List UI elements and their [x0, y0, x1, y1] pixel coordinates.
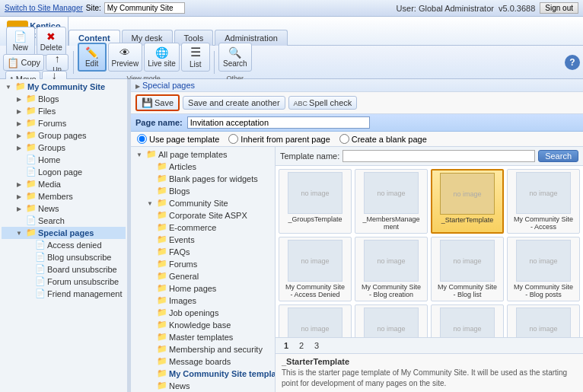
sidebar-item-logon-page[interactable]: Logon page [2, 166, 126, 178]
sidebar-item-access-denied[interactable]: Access denied [2, 239, 126, 251]
template-tree-item-news[interactable]: News [132, 380, 273, 392]
template-card-r3c3[interactable]: no image My Community Site - ... [431, 304, 504, 337]
sidebar-item-media[interactable]: Media [2, 178, 126, 190]
toggle-members[interactable] [14, 191, 24, 202]
live-site-button[interactable]: Live site [144, 43, 180, 72]
save-create-button[interactable]: Save and create another [183, 96, 285, 110]
page-2[interactable]: 2 [295, 339, 307, 352]
site-selector[interactable]: My Community Site [104, 2, 185, 14]
radio-inherit[interactable]: Inherit from parent page [228, 134, 330, 144]
template-tree-item-all[interactable]: All page templates [132, 148, 273, 161]
template-tree-item-blogs[interactable]: Blogs [132, 185, 273, 197]
switch-site-manager-link[interactable]: Switch to Site Manager [5, 4, 83, 12]
radio-use-template-input[interactable] [137, 134, 147, 144]
breadcrumb-link-special-pages[interactable]: Special pages [142, 81, 195, 90]
template-card-blog-posts[interactable]: no image My Community Site - Blog posts [507, 237, 580, 301]
sidebar-item-group-pages[interactable]: Group pages [2, 129, 126, 142]
folder-icon-files [26, 106, 37, 116]
template-card-access[interactable]: no image My Community Site - Access [507, 169, 580, 234]
tree-label-t-events: Events [169, 235, 195, 244]
sidebar-item-blog-unsubscribe[interactable]: Blog unsubscribe [2, 251, 126, 263]
page-3[interactable]: 3 [311, 339, 323, 352]
template-tree-item-corp-aspx[interactable]: Corporate Site ASPX [132, 209, 273, 221]
page-icon-access-denied [35, 240, 46, 250]
template-tree-item-forums[interactable]: Forums [132, 258, 273, 270]
page-name-input[interactable] [187, 116, 370, 129]
toggle-media[interactable] [14, 179, 24, 190]
template-thumb-access: no image [516, 172, 571, 214]
help-button[interactable]: ? [565, 55, 580, 70]
toggle-root[interactable] [3, 81, 14, 92]
list-icon [190, 45, 201, 59]
up-button[interactable]: Up [46, 54, 68, 71]
delete-button[interactable]: Delete [37, 27, 66, 56]
sep1 [73, 51, 74, 74]
template-card-blog-list[interactable]: no image My Community Site - Blog list [431, 237, 504, 301]
new-button[interactable]: New [6, 27, 35, 56]
template-tree-item-blank[interactable]: Blank pages for widgets [132, 173, 273, 185]
template-card-groups[interactable]: no image _GroupsTemplate [279, 169, 352, 234]
preview-button[interactable]: Preview [108, 43, 143, 72]
template-tree-item-knowledge-base[interactable]: Knowledge base [132, 319, 273, 331]
sidebar-item-forums[interactable]: Forums [2, 117, 126, 129]
radio-blank[interactable]: Create a blank page [339, 134, 427, 144]
template-tree-item-articles[interactable]: Articles [132, 161, 273, 173]
template-card-r3c1[interactable]: no image My Community Site - ... [279, 304, 352, 337]
search-button[interactable]: Search [218, 43, 252, 72]
template-tree-item-membership[interactable]: Membership and security [132, 343, 273, 355]
sidebar-item-files[interactable]: Files [2, 105, 126, 117]
template-tree-item-job-openings[interactable]: Job openings [132, 307, 273, 319]
sidebar-item-members[interactable]: Members [2, 190, 126, 202]
toggle-special-pages[interactable] [14, 228, 24, 238]
radio-inherit-input[interactable] [228, 134, 238, 144]
template-card-r3c2[interactable]: no image My Community Site - ... [355, 304, 428, 337]
toggle-news[interactable] [14, 203, 24, 214]
template-tree-item-events[interactable]: Events [132, 234, 273, 246]
spell-check-button[interactable]: Spell check [288, 96, 358, 110]
template-tree-item-message-boards[interactable]: Message boards [132, 355, 273, 368]
sidebar-item-home[interactable]: Home [2, 154, 126, 166]
template-tree-item-faqs[interactable]: FAQs [132, 246, 273, 258]
template-search-button[interactable]: Search [538, 150, 578, 162]
sidebar-item-forum-unsubscribe[interactable]: Forum unsubscribe [2, 276, 126, 288]
sidebar-item-blogs[interactable]: Blogs [2, 93, 126, 105]
template-tree-item-general[interactable]: General [132, 270, 273, 282]
radio-blank-input[interactable] [339, 134, 349, 144]
sidebar-item-board-unsubscribe[interactable]: Board unsubscribe [2, 263, 126, 276]
template-search-input[interactable] [342, 150, 535, 162]
template-card-members[interactable]: no image _MembersManagement [355, 169, 428, 234]
template-tree-item-ecommerce[interactable]: E-commerce [132, 221, 273, 234]
toggle-all-templates[interactable] [134, 149, 145, 160]
tree-label-t-corp: Corporate Site ASPX [169, 211, 247, 220]
sidebar-item-special-pages[interactable]: Special pages [2, 227, 126, 239]
toggle-blogs[interactable] [14, 94, 24, 104]
edit-button[interactable]: Edit [78, 43, 107, 72]
toggle-groups[interactable] [14, 142, 24, 153]
template-tree-item-community-site[interactable]: Community Site [132, 197, 273, 209]
sidebar-item-friend-management[interactable]: Friend management [2, 288, 126, 300]
sidebar-item-news[interactable]: News [2, 202, 126, 215]
page-1[interactable]: 1 [280, 339, 292, 352]
template-card-blog-creation[interactable]: no image My Community Site - Blog creati… [355, 237, 428, 301]
toggle-files[interactable] [14, 106, 24, 116]
copy-button[interactable]: Copy [3, 54, 44, 71]
toggle-group-pages[interactable] [14, 130, 24, 141]
sidebar-item-my-community-site[interactable]: My Community Site [2, 81, 126, 93]
template-card-r3c4[interactable]: no image My Community Site - ... [507, 304, 580, 337]
sidebar-item-search[interactable]: Search [2, 215, 126, 227]
template-tree-item-master[interactable]: Master templates [132, 331, 273, 343]
template-tree-item-images[interactable]: Images [132, 295, 273, 307]
template-card-starter[interactable]: no image _StarterTemplate [431, 169, 504, 234]
folder-icon-t-blogs [157, 186, 167, 196]
sidebar-item-groups[interactable]: Groups [2, 142, 126, 154]
sign-out-button[interactable]: Sign out [540, 2, 578, 14]
save-button[interactable]: Save [135, 94, 180, 111]
copy-label: Copy [21, 58, 40, 67]
template-card-access-denied[interactable]: no image My Community Site - Access Deni… [279, 237, 352, 301]
toggle-forums[interactable] [14, 118, 24, 129]
list-button[interactable]: List [181, 43, 210, 72]
radio-use-template[interactable]: Use page template [137, 134, 219, 144]
toggle-community-site[interactable] [145, 198, 155, 209]
template-tree-item-home-pages[interactable]: Home pages [132, 282, 273, 295]
template-tree-item-my-community[interactable]: My Community Site templates [132, 368, 273, 380]
